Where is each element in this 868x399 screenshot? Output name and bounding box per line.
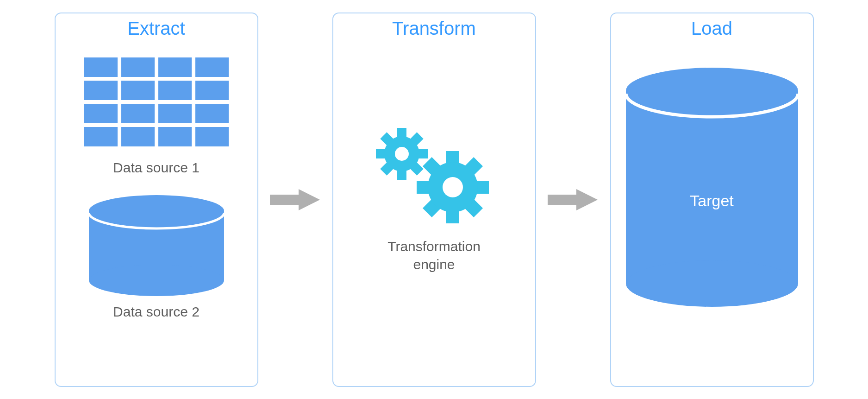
extract-title: Extract bbox=[127, 18, 185, 39]
arrow-extract-to-transform bbox=[268, 13, 323, 387]
database-cylinder-icon bbox=[87, 194, 226, 296]
svg-marker-24 bbox=[548, 189, 598, 210]
svg-point-2 bbox=[89, 265, 224, 296]
arrow-right-icon bbox=[548, 188, 599, 211]
load-stage: Load Target bbox=[610, 13, 814, 387]
data-source-1-label: Data source 1 bbox=[113, 158, 200, 177]
transformation-engine-label: Transformation engine bbox=[387, 237, 481, 273]
svg-point-13 bbox=[395, 147, 409, 161]
data-source-2-block: Data source 2 bbox=[87, 194, 226, 321]
arrow-right-icon bbox=[270, 188, 321, 211]
svg-marker-3 bbox=[270, 189, 320, 210]
gears-icon bbox=[369, 118, 499, 224]
transform-stage: Transform bbox=[332, 13, 536, 387]
data-grid-icon bbox=[84, 57, 229, 150]
extract-stage: Extract Data source 1 Data source 2 bbox=[55, 13, 258, 387]
target-cylinder-icon: Target bbox=[624, 67, 800, 308]
svg-point-23 bbox=[443, 177, 463, 197]
target-label: Target bbox=[624, 192, 800, 210]
svg-rect-26 bbox=[626, 91, 798, 284]
data-source-2-label: Data source 2 bbox=[87, 303, 226, 321]
load-title: Load bbox=[691, 18, 732, 39]
svg-point-27 bbox=[626, 260, 798, 307]
transform-title: Transform bbox=[392, 18, 476, 39]
arrow-transform-to-load bbox=[545, 13, 601, 387]
